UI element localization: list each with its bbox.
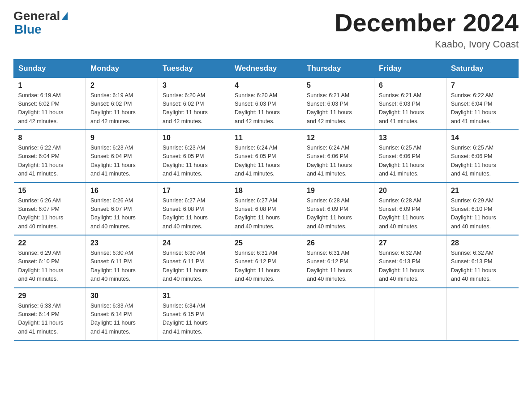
calendar-cell: 16Sunrise: 6:26 AMSunset: 6:07 PMDayligh… bbox=[86, 183, 158, 235]
calendar-cell: 18Sunrise: 6:27 AMSunset: 6:08 PMDayligh… bbox=[230, 183, 302, 235]
day-info: Sunrise: 6:22 AMSunset: 6:04 PMDaylight:… bbox=[18, 144, 82, 179]
logo-general-text: General bbox=[13, 9, 60, 23]
calendar-cell bbox=[230, 288, 302, 341]
calendar-cell: 29Sunrise: 6:33 AMSunset: 6:14 PMDayligh… bbox=[14, 288, 86, 341]
day-info: Sunrise: 6:25 AMSunset: 6:06 PMDaylight:… bbox=[379, 144, 442, 179]
day-info: Sunrise: 6:34 AMSunset: 6:15 PMDaylight:… bbox=[163, 302, 225, 337]
logo: General Blue bbox=[13, 9, 68, 37]
day-info: Sunrise: 6:19 AMSunset: 6:02 PMDaylight:… bbox=[90, 91, 153, 126]
day-info: Sunrise: 6:30 AMSunset: 6:11 PMDaylight:… bbox=[90, 249, 153, 284]
day-info: Sunrise: 6:29 AMSunset: 6:10 PMDaylight:… bbox=[18, 249, 82, 284]
calendar-table: SundayMondayTuesdayWednesdayThursdayFrid… bbox=[13, 59, 519, 341]
day-number: 24 bbox=[163, 239, 225, 247]
calendar-cell: 31Sunrise: 6:34 AMSunset: 6:15 PMDayligh… bbox=[158, 288, 230, 341]
day-number: 6 bbox=[379, 81, 442, 90]
day-info: Sunrise: 6:26 AMSunset: 6:07 PMDaylight:… bbox=[18, 197, 82, 231]
day-info: Sunrise: 6:30 AMSunset: 6:11 PMDaylight:… bbox=[163, 249, 225, 284]
day-number: 13 bbox=[379, 134, 442, 142]
day-number: 14 bbox=[451, 134, 514, 142]
day-number: 21 bbox=[451, 187, 514, 195]
calendar-header: SundayMondayTuesdayWednesdayThursdayFrid… bbox=[14, 59, 519, 77]
day-number: 18 bbox=[235, 187, 297, 195]
day-info: Sunrise: 6:22 AMSunset: 6:04 PMDaylight:… bbox=[451, 91, 514, 126]
day-info: Sunrise: 6:27 AMSunset: 6:08 PMDaylight:… bbox=[163, 197, 225, 231]
page-header: General Blue December 2024 Kaabo, Ivory … bbox=[13, 9, 519, 50]
day-number: 2 bbox=[90, 81, 153, 90]
day-number: 16 bbox=[90, 187, 153, 195]
day-number: 11 bbox=[235, 134, 297, 142]
day-number: 26 bbox=[307, 239, 369, 247]
day-info: Sunrise: 6:33 AMSunset: 6:14 PMDaylight:… bbox=[90, 302, 153, 337]
calendar-cell: 23Sunrise: 6:30 AMSunset: 6:11 PMDayligh… bbox=[86, 235, 158, 288]
day-info: Sunrise: 6:21 AMSunset: 6:03 PMDaylight:… bbox=[379, 91, 442, 126]
day-number: 28 bbox=[451, 239, 514, 247]
day-number: 4 bbox=[235, 81, 297, 90]
calendar-cell: 27Sunrise: 6:32 AMSunset: 6:13 PMDayligh… bbox=[374, 235, 446, 288]
day-info: Sunrise: 6:23 AMSunset: 6:04 PMDaylight:… bbox=[90, 144, 153, 179]
calendar-cell: 19Sunrise: 6:28 AMSunset: 6:09 PMDayligh… bbox=[302, 183, 374, 235]
header-cell-friday: Friday bbox=[374, 59, 446, 77]
day-number: 29 bbox=[18, 292, 82, 300]
day-info: Sunrise: 6:24 AMSunset: 6:05 PMDaylight:… bbox=[235, 144, 297, 179]
calendar-cell: 9Sunrise: 6:23 AMSunset: 6:04 PMDaylight… bbox=[86, 130, 158, 183]
day-info: Sunrise: 6:32 AMSunset: 6:13 PMDaylight:… bbox=[379, 249, 442, 284]
day-info: Sunrise: 6:21 AMSunset: 6:03 PMDaylight:… bbox=[307, 91, 369, 126]
calendar-cell: 26Sunrise: 6:31 AMSunset: 6:12 PMDayligh… bbox=[302, 235, 374, 288]
day-number: 17 bbox=[163, 187, 225, 195]
calendar-cell: 15Sunrise: 6:26 AMSunset: 6:07 PMDayligh… bbox=[14, 183, 86, 235]
day-info: Sunrise: 6:19 AMSunset: 6:02 PMDaylight:… bbox=[18, 91, 82, 126]
day-number: 9 bbox=[90, 134, 153, 142]
day-number: 1 bbox=[18, 81, 82, 90]
day-info: Sunrise: 6:23 AMSunset: 6:05 PMDaylight:… bbox=[163, 144, 225, 179]
day-info: Sunrise: 6:32 AMSunset: 6:13 PMDaylight:… bbox=[451, 249, 514, 284]
calendar-week-2: 8Sunrise: 6:22 AMSunset: 6:04 PMDaylight… bbox=[14, 130, 519, 183]
header-cell-monday: Monday bbox=[86, 59, 158, 77]
day-info: Sunrise: 6:25 AMSunset: 6:06 PMDaylight:… bbox=[451, 144, 514, 179]
day-number: 8 bbox=[18, 134, 82, 142]
calendar-cell: 13Sunrise: 6:25 AMSunset: 6:06 PMDayligh… bbox=[374, 130, 446, 183]
day-info: Sunrise: 6:33 AMSunset: 6:14 PMDaylight:… bbox=[18, 302, 82, 337]
calendar-cell: 25Sunrise: 6:31 AMSunset: 6:12 PMDayligh… bbox=[230, 235, 302, 288]
calendar-cell: 17Sunrise: 6:27 AMSunset: 6:08 PMDayligh… bbox=[158, 183, 230, 235]
day-number: 31 bbox=[163, 292, 225, 300]
day-info: Sunrise: 6:20 AMSunset: 6:02 PMDaylight:… bbox=[163, 91, 225, 126]
title-block: December 2024 Kaabo, Ivory Coast bbox=[335, 9, 519, 50]
day-number: 7 bbox=[451, 81, 514, 90]
calendar-week-3: 15Sunrise: 6:26 AMSunset: 6:07 PMDayligh… bbox=[14, 183, 519, 235]
day-number: 15 bbox=[18, 187, 82, 195]
calendar-cell bbox=[446, 288, 519, 341]
calendar-body: 1Sunrise: 6:19 AMSunset: 6:02 PMDaylight… bbox=[14, 77, 519, 340]
day-info: Sunrise: 6:20 AMSunset: 6:03 PMDaylight:… bbox=[235, 91, 297, 126]
day-number: 22 bbox=[18, 239, 82, 247]
day-info: Sunrise: 6:28 AMSunset: 6:09 PMDaylight:… bbox=[307, 197, 369, 231]
calendar-cell: 2Sunrise: 6:19 AMSunset: 6:02 PMDaylight… bbox=[86, 77, 158, 130]
calendar-week-1: 1Sunrise: 6:19 AMSunset: 6:02 PMDaylight… bbox=[14, 77, 519, 130]
month-title: December 2024 bbox=[335, 9, 519, 37]
calendar-cell: 10Sunrise: 6:23 AMSunset: 6:05 PMDayligh… bbox=[158, 130, 230, 183]
logo-triangle-icon bbox=[61, 12, 68, 20]
day-number: 12 bbox=[307, 134, 369, 142]
calendar-cell: 14Sunrise: 6:25 AMSunset: 6:06 PMDayligh… bbox=[446, 130, 519, 183]
header-cell-wednesday: Wednesday bbox=[230, 59, 302, 77]
day-number: 27 bbox=[379, 239, 442, 247]
day-number: 20 bbox=[379, 187, 442, 195]
calendar-cell: 24Sunrise: 6:30 AMSunset: 6:11 PMDayligh… bbox=[158, 235, 230, 288]
header-row: SundayMondayTuesdayWednesdayThursdayFrid… bbox=[14, 59, 519, 77]
logo-text: General bbox=[13, 9, 68, 23]
day-info: Sunrise: 6:31 AMSunset: 6:12 PMDaylight:… bbox=[235, 249, 297, 284]
calendar-cell: 21Sunrise: 6:29 AMSunset: 6:10 PMDayligh… bbox=[446, 183, 519, 235]
day-info: Sunrise: 6:31 AMSunset: 6:12 PMDaylight:… bbox=[307, 249, 369, 284]
header-cell-saturday: Saturday bbox=[446, 59, 519, 77]
day-number: 5 bbox=[307, 81, 369, 90]
day-number: 23 bbox=[90, 239, 153, 247]
calendar-cell: 11Sunrise: 6:24 AMSunset: 6:05 PMDayligh… bbox=[230, 130, 302, 183]
calendar-cell: 28Sunrise: 6:32 AMSunset: 6:13 PMDayligh… bbox=[446, 235, 519, 288]
day-info: Sunrise: 6:26 AMSunset: 6:07 PMDaylight:… bbox=[90, 197, 153, 231]
calendar-cell: 20Sunrise: 6:28 AMSunset: 6:09 PMDayligh… bbox=[374, 183, 446, 235]
calendar-cell: 8Sunrise: 6:22 AMSunset: 6:04 PMDaylight… bbox=[14, 130, 86, 183]
day-info: Sunrise: 6:27 AMSunset: 6:08 PMDaylight:… bbox=[235, 197, 297, 231]
day-number: 30 bbox=[90, 292, 153, 300]
calendar-week-5: 29Sunrise: 6:33 AMSunset: 6:14 PMDayligh… bbox=[14, 288, 519, 341]
day-number: 10 bbox=[163, 134, 225, 142]
calendar-cell: 12Sunrise: 6:24 AMSunset: 6:06 PMDayligh… bbox=[302, 130, 374, 183]
